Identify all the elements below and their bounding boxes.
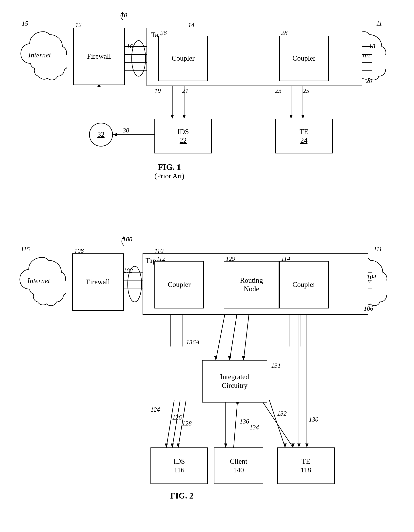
fig1-bracket10: [117, 10, 129, 22]
fig1-container: 10 15 Internet 11 Lan 12 Firew: [16, 8, 398, 222]
fig1-subtitle: (Prior Art): [154, 172, 184, 180]
fig2-firewall-box: Firewall: [72, 253, 124, 311]
fig2-bracket100: [117, 234, 131, 247]
fig2-te118-label: TE: [301, 457, 311, 466]
fig2-te118-ref: 118: [301, 466, 311, 474]
fig2-internet-cloud: Internet: [19, 251, 66, 307]
ref-136-label: 136: [240, 418, 249, 425]
fig2-routing-node-box: Routing Node: [224, 261, 279, 308]
fig2-ids116-box: IDS 116: [151, 447, 208, 484]
fig2-te118-box: TE 118: [277, 447, 335, 484]
fig2-client140-ref: 140: [230, 466, 247, 474]
fig2-client140-box: Client 140: [214, 447, 263, 484]
svg-marker-34: [228, 356, 231, 360]
ref-21-label: 21: [182, 87, 188, 95]
fig2-routing-node-label2: Node: [240, 285, 263, 293]
svg-marker-52: [292, 444, 295, 447]
fig2-ids116-label: IDS: [173, 457, 185, 466]
fig1-coupler26-label: Coupler: [172, 54, 195, 63]
svg-line-47: [234, 400, 238, 447]
svg-text:Internet: Internet: [28, 51, 51, 59]
ref-136A-label: 136A: [186, 339, 200, 346]
ref-130-label: 130: [309, 416, 318, 423]
ref-106-label: 106: [364, 305, 373, 312]
ref-102-label: 102: [123, 267, 133, 274]
fig2-ic-label2: Circuitry: [220, 381, 249, 390]
fig2-coupler114-box: Coupler: [279, 261, 329, 308]
ref-104-label: 104: [367, 273, 376, 281]
fig1-coupler28-box: Coupler: [279, 36, 329, 81]
svg-marker-7: [171, 115, 174, 119]
fig1-te24-label: TE: [300, 127, 308, 136]
fig2-ic-label1: Integrated: [220, 373, 249, 381]
svg-line-50: [261, 400, 293, 447]
fig1-ref32-circle: 32: [89, 123, 113, 146]
svg-marker-14: [113, 133, 117, 136]
svg-marker-11: [290, 115, 293, 119]
fig1-ids22-label: IDS: [177, 127, 189, 136]
ref-126-label: 126: [172, 414, 182, 421]
svg-marker-56: [305, 444, 309, 447]
fig2-ids116-ref: 116: [173, 466, 185, 474]
fig1-coupler28-label: Coupler: [292, 54, 315, 63]
svg-marker-12: [301, 115, 304, 119]
fig1-firewall-box: Firewall: [73, 28, 125, 85]
fig2-firewall-label: Firewall: [86, 278, 110, 286]
ref-134-label: 134: [249, 424, 259, 431]
page: 10 15 Internet 11 Lan 12 Firew: [0, 0, 414, 532]
fig1-ids22-ref: 22: [177, 136, 189, 145]
svg-marker-42: [177, 444, 180, 447]
ref-18-label: 18: [369, 43, 375, 50]
fig1-ref32-label: 32: [97, 130, 104, 139]
svg-line-49: [269, 400, 285, 447]
fig2-coupler112-box: Coupler: [154, 261, 204, 308]
fig2-ic-box: Integrated Circuitry: [202, 360, 267, 402]
fig1-caption: FIG. 1 (Prior Art): [154, 162, 184, 180]
ref-16-label: 16: [127, 43, 133, 50]
svg-line-41: [166, 400, 174, 447]
ref-128-label: 128: [182, 420, 192, 427]
svg-marker-55: [297, 444, 301, 447]
svg-line-31: [230, 310, 238, 360]
svg-marker-51: [283, 444, 287, 447]
svg-marker-44: [165, 444, 168, 447]
ref-20-label: 20: [366, 77, 372, 85]
fig1-internet-cloud: Internet: [20, 26, 67, 81]
fig1-ids22-box: IDS 22: [154, 119, 212, 153]
ref-23-label: 23: [275, 87, 282, 95]
fig2-coupler114-label: Coupler: [292, 280, 315, 289]
ref-131-label: 131: [271, 362, 281, 369]
fig2-title: FIG. 2: [170, 491, 193, 501]
svg-line-40: [172, 400, 180, 447]
svg-marker-35: [242, 356, 245, 360]
fig2-routing-node-label: Routing: [240, 276, 263, 285]
ref-19-label: 19: [154, 87, 161, 95]
ref-124-label: 124: [151, 406, 160, 413]
svg-marker-57: [122, 237, 125, 239]
svg-marker-46: [224, 444, 227, 447]
fig1-te24-box: TE 24: [275, 119, 333, 153]
svg-line-30: [216, 310, 226, 360]
fig1-coupler26-box: Coupler: [158, 36, 208, 81]
fig2-container: 100 115 Internet 111 Lan 108 Firewall: [16, 234, 398, 521]
svg-marker-8: [183, 115, 186, 119]
svg-point-4: [132, 41, 146, 76]
fig2-caption: FIG. 2: [170, 491, 193, 501]
fig1-firewall-label: Firewall: [87, 52, 111, 61]
svg-marker-43: [171, 444, 174, 447]
fig1-te24-ref: 24: [300, 136, 308, 145]
ref-132-label: 132: [277, 410, 287, 417]
fig1-title: FIG. 1: [154, 162, 184, 172]
ref-25-label: 25: [303, 87, 309, 95]
svg-text:Internet: Internet: [27, 277, 50, 285]
ref-30-label: 30: [123, 127, 129, 134]
svg-line-32: [244, 310, 249, 360]
fig2-client140-label: Client: [230, 457, 247, 466]
svg-marker-33: [214, 356, 217, 360]
fig2-coupler112-label: Coupler: [168, 280, 191, 289]
